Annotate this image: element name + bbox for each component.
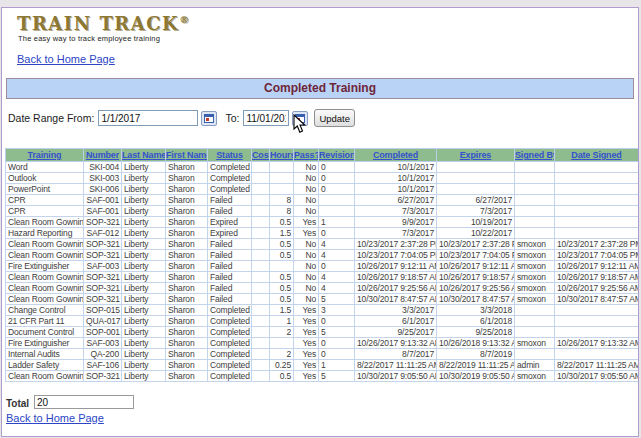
cell: [555, 228, 639, 239]
cell: smoxon: [515, 261, 555, 272]
cell: 10/30/2017 9:05:50 AM: [555, 371, 639, 382]
cell: Clean Room Gowning: [6, 294, 84, 305]
cell: SKI-003: [84, 173, 122, 184]
cell: 3: [319, 305, 355, 316]
cell: [270, 173, 294, 184]
cell: Sharon: [166, 272, 208, 283]
column-header-last-name[interactable]: Last Name: [122, 149, 166, 162]
calendar-icon-from[interactable]: [201, 111, 217, 126]
cell: 10/26/2017 9:13:32 AM: [555, 338, 639, 349]
cell: SOP-321: [84, 239, 122, 250]
cell: SOP-015: [84, 305, 122, 316]
cell: [555, 195, 639, 206]
update-button[interactable]: Update: [314, 109, 355, 127]
cell: 0.5: [270, 283, 294, 294]
back-to-home-link-bottom[interactable]: Back to Home Page: [6, 412, 104, 424]
table-row: PowerPointSKI-006LibertySharonCompletedN…: [6, 184, 639, 195]
cell: Yes: [294, 217, 319, 228]
cell: Document Control: [6, 327, 84, 338]
cell: [319, 206, 355, 217]
cell: Failed: [208, 283, 252, 294]
cell: [555, 305, 639, 316]
column-header-completed[interactable]: Completed: [355, 149, 437, 162]
cell: 0: [319, 261, 355, 272]
cell: [270, 338, 294, 349]
cell: 10/19/2017: [437, 217, 515, 228]
cell: SAF-001: [84, 195, 122, 206]
cell: Sharon: [166, 173, 208, 184]
cell: Liberty: [122, 239, 166, 250]
cell: Change Control: [6, 305, 84, 316]
back-to-home-link-top[interactable]: Back to Home Page: [17, 53, 115, 65]
cell: Yes: [294, 371, 319, 382]
cell: 1: [319, 217, 355, 228]
cell: 0.5: [270, 272, 294, 283]
total-count-input[interactable]: [34, 395, 134, 409]
cell: 9/9/2017: [355, 217, 437, 228]
table-row: Clean Room GowningSOP-321LibertySharonFa…: [6, 250, 639, 261]
table-row: OutlookSKI-003LibertySharonCompletedNo01…: [6, 173, 639, 184]
cell: smoxon: [515, 272, 555, 283]
table-row: Change ControlSOP-015LibertySharonComple…: [6, 305, 639, 316]
column-header-training[interactable]: Training: [6, 149, 84, 162]
column-header-first-name[interactable]: First Name: [166, 149, 208, 162]
cell: SOP-321: [84, 294, 122, 305]
cell: [515, 327, 555, 338]
cell: 0.5: [270, 239, 294, 250]
cell: 0: [319, 338, 355, 349]
column-header-status[interactable]: Status: [208, 149, 252, 162]
cell: Failed: [208, 195, 252, 206]
table-row: Document ControlSOP-001LibertySharonComp…: [6, 327, 639, 338]
column-header-revision[interactable]: Revision: [319, 149, 355, 162]
column-header-pass[interactable]: Pass?: [294, 149, 319, 162]
cell: [515, 184, 555, 195]
cell: 10/30/2017 9:05:50 AM: [355, 371, 437, 382]
cell: Liberty: [122, 360, 166, 371]
cell: Clean Room Gowning: [6, 239, 84, 250]
column-header-expires[interactable]: Expires: [437, 149, 515, 162]
calendar-icon-to[interactable]: [292, 111, 308, 126]
cell: 8: [270, 195, 294, 206]
column-header-number[interactable]: Number: [84, 149, 122, 162]
column-header-date-signed[interactable]: Date Signed: [555, 149, 639, 162]
cell: 9/25/2017: [355, 327, 437, 338]
cell: Clean Room Gowning: [6, 217, 84, 228]
cell: CPR: [6, 195, 84, 206]
logo-text: TRAIN TRACK: [17, 13, 179, 34]
cell: [515, 316, 555, 327]
cell: [270, 184, 294, 195]
column-header-hours[interactable]: Hours: [270, 149, 294, 162]
cell: Sharon: [166, 250, 208, 261]
cell: No: [294, 294, 319, 305]
calendar-icon: [295, 114, 305, 123]
cell: No: [294, 206, 319, 217]
cell: [252, 272, 270, 283]
cell: 7/3/2017: [437, 206, 515, 217]
column-header-cost[interactable]: Cost: [252, 149, 270, 162]
cell: admin: [515, 360, 555, 371]
cell: 8/7/2017: [355, 349, 437, 360]
cell: No: [294, 261, 319, 272]
cell: Completed: [208, 360, 252, 371]
cell: Liberty: [122, 305, 166, 316]
table-body: WordSKI-004LibertySharonCompletedNo010/1…: [6, 162, 639, 382]
cell: 10/23/2017 7:04:05 PM: [437, 250, 515, 261]
date-from-input[interactable]: [98, 110, 198, 126]
cell: 10/23/2017 2:37:28 PM: [355, 239, 437, 250]
cell: Word: [6, 162, 84, 173]
cell: 1.5: [270, 228, 294, 239]
column-header-signed-by[interactable]: Signed By: [515, 149, 555, 162]
cell: 5: [319, 294, 355, 305]
cell: [252, 250, 270, 261]
cell: Sharon: [166, 184, 208, 195]
cell: [270, 162, 294, 173]
cell: SKI-004: [84, 162, 122, 173]
date-range-from-label: Date Range From:: [8, 112, 94, 124]
cell: Fire Extinguisher: [6, 338, 84, 349]
cell: [515, 349, 555, 360]
cell: 10/26/2017 9:12:11 AM: [555, 261, 639, 272]
cell: Liberty: [122, 195, 166, 206]
cell: SOP-321: [84, 272, 122, 283]
date-to-input[interactable]: [243, 110, 289, 126]
cell: Completed: [208, 327, 252, 338]
